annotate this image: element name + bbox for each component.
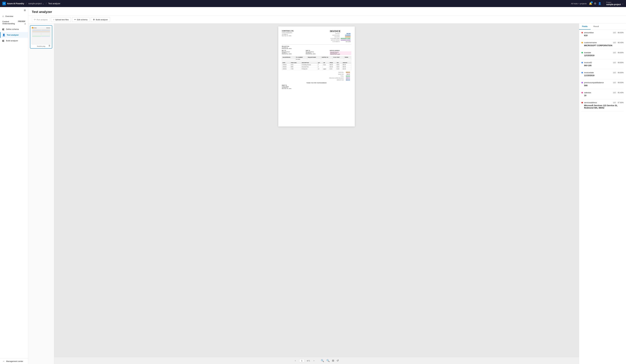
prev-page-button[interactable]: ‹ — [294, 359, 297, 363]
field-serviceaddress-page: p.1 — [613, 102, 617, 104]
sidebar-item-test-analyzer[interactable]: 👤 Test analyzer — [0, 32, 28, 38]
bill-to-col: BILL TO: Microsoft Finance 123 Bill St, … — [282, 50, 304, 55]
company-info: CONTOSO LTD. Contoso Headquarters123 456… — [282, 30, 294, 37]
upload-icon: ↑ — [53, 18, 54, 21]
sidebar-bottom: → Management center — [0, 358, 28, 364]
field-duedate-page: p.1 — [613, 52, 617, 53]
field-duedate: duedate p.1 99.80% 12/15/2019 — [582, 51, 624, 59]
field-duedate-dot — [582, 52, 583, 53]
app-body: ⊞ ⌂ Overview Content Understanding PREVI… — [0, 7, 626, 364]
sidebar-item-management-center[interactable]: → Management center — [0, 359, 28, 364]
upload-test-files-button[interactable]: ↑ Upload test files — [51, 17, 71, 22]
file-preview-image: CONTOSOINVOICE — [32, 27, 51, 44]
settings-icon[interactable]: ⚙ — [594, 2, 596, 5]
field-invoicedate-confidence: 99.80% — [618, 72, 624, 74]
zoom-in-button[interactable]: 🔍 — [326, 359, 330, 363]
field-salestax-dot — [582, 92, 583, 93]
edit-schema-button[interactable]: ✏ Edit schema — [72, 17, 90, 22]
field-invoiceid-value: INV-100 — [582, 64, 624, 67]
field-customername-dot — [582, 42, 583, 43]
field-amountdue-value: 610 — [582, 34, 624, 37]
hub-projects-link[interactable]: All hubs + projects — [571, 2, 587, 5]
field-salestax-value: 10 — [582, 94, 624, 97]
notification-bell[interactable]: 🔔 1 — [589, 2, 592, 5]
sidebar-item-overview-label: Overview — [5, 15, 13, 17]
page-title: Test analyzer — [32, 10, 623, 14]
fit-page-button[interactable]: ⊞ — [331, 359, 335, 363]
breadcrumb-project[interactable]: sample-project ⌄ — [28, 2, 44, 5]
field-prevbalance-confidence: 99.60% — [618, 82, 624, 84]
zoom-controls: 🔍 🔍 ⊞ ↺ — [320, 359, 339, 363]
field-prevbalance: previousunpaidbalance p.1 99.60% 500 — [582, 81, 624, 89]
field-invoiceid-header: invoiceID p.1 99.80% — [582, 61, 624, 64]
field-duedate-name: duedate — [584, 51, 611, 54]
brand-label: Azure AI Foundry — [7, 2, 24, 5]
file-status-dot — [32, 27, 33, 29]
totals-table: SUBTOTAL$100.00 SALES TAX$10.00 TOTAL$11… — [328, 71, 351, 81]
main-content: Test analyzer ⟳ Run analysis ↑ Upload te… — [28, 7, 626, 364]
main-header: Test analyzer — [28, 7, 626, 16]
tab-fields[interactable]: Fields — [579, 24, 590, 30]
test-analyzer-icon: 👤 — [2, 34, 5, 36]
field-salestax-name: salestax — [584, 91, 611, 94]
brand[interactable]: A Azure AI Foundry — [2, 2, 24, 5]
file-thumbnail[interactable]: CONTOSOINVOICE — [30, 25, 52, 48]
field-serviceaddress-dot — [582, 102, 583, 103]
sidebar-group-content-understanding[interactable]: Content Understanding PREVIEW ∧ — [0, 19, 28, 26]
field-invoicedate-value: 11/15/2019 — [582, 74, 624, 77]
nav-right: All hubs + projects 🔔 1 ⚙ 👤 Project samp… — [571, 1, 624, 5]
sidebar-item-define-schema[interactable]: ◧ Define schema — [0, 26, 28, 32]
company-address: Contoso Headquarters123 456th StNew York… — [282, 32, 294, 37]
project-switcher[interactable]: Project sample-project ⌄ — [604, 1, 624, 5]
rotate-button[interactable]: ↺ — [336, 359, 339, 363]
document-viewer: CONTOSO LTD. Contoso Headquarters123 456… — [54, 24, 579, 364]
next-page-button[interactable]: › — [313, 359, 315, 363]
run-analysis-button[interactable]: ⟳ Run analysis — [32, 17, 50, 22]
sidebar: ⊞ ⌂ Overview Content Understanding PREVI… — [0, 7, 28, 364]
build-analyzer-button[interactable]: ⚙ Build analyzer — [91, 17, 110, 22]
breadcrumb-current: Test analyzer — [48, 2, 60, 5]
field-prevbalance-value: 500 — [582, 84, 624, 87]
field-serviceaddress-confidence: 97.80% — [618, 102, 624, 104]
page-number-input[interactable] — [299, 359, 305, 362]
project-name: sample-project — [606, 3, 621, 5]
breadcrumb-sep-2: / — [46, 2, 46, 5]
breadcrumb-sep-1: / — [26, 2, 27, 5]
line-items-table: DATE ITEM CODE DESCRIPTION QTY UM PRICE … — [282, 62, 351, 70]
preview-badge: PREVIEW — [17, 20, 26, 22]
collapse-icon: ∧ — [24, 23, 26, 25]
tab-result[interactable]: Result — [590, 24, 602, 30]
field-prevbalance-header: previousunpaidbalance p.1 99.60% — [582, 81, 624, 84]
file-name-label: invoice.png — [32, 45, 51, 47]
field-customername-name: customername — [584, 41, 611, 44]
field-duedate-confidence: 99.80% — [618, 52, 624, 54]
management-center-icon: → — [2, 360, 5, 363]
invoice-title: INVOICE — [330, 30, 351, 33]
home-icon: ⌂ — [2, 15, 4, 17]
invoice-header: CONTOSO LTD. Contoso Headquarters123 456… — [282, 30, 351, 43]
fields-list: amountdue p.1 88.60% 610 customername p.… — [579, 30, 626, 364]
totals-section: SUBTOTAL$100.00 SALES TAX$10.00 TOTAL$11… — [282, 71, 351, 81]
project-chevron-icon: ⌄ — [622, 2, 624, 5]
sidebar-toggle[interactable]: ⊞ — [0, 7, 28, 13]
field-amountdue-header: amountdue p.1 88.60% — [582, 32, 624, 34]
field-invoiceid-name: invoiceID — [584, 61, 611, 64]
field-invoiceid-dot — [582, 62, 583, 63]
field-prevbalance-dot — [582, 82, 583, 83]
build-analyzer-icon: ◧ — [2, 39, 4, 42]
field-amountdue-confidence: 88.60% — [618, 32, 624, 34]
field-customername-confidence: 98.40% — [618, 42, 624, 44]
bill-to-section: Microsoft Corp 123 Other St, Redmond WA,… — [282, 46, 351, 49]
account-icon[interactable]: 👤 — [598, 2, 601, 5]
zoom-out-button[interactable]: 🔍 — [320, 359, 325, 363]
field-serviceaddress-name: serviceaddress — [584, 101, 611, 104]
sidebar-item-build-analyzer[interactable]: ◧ Build analyzer — [0, 38, 28, 43]
toolbar: ⟳ Run analysis ↑ Upload test files ✏ Edi… — [28, 16, 626, 24]
service-address-col: SERVICE ADDRESS: Microsoft Services123 S… — [330, 50, 351, 55]
field-amountdue: amountdue p.1 88.60% 610 — [582, 32, 624, 39]
field-duedate-value: 12/15/2019 — [582, 54, 624, 57]
delete-file-icon[interactable]: 🗑 — [48, 44, 50, 47]
project-label: Project — [606, 1, 621, 3]
right-panel-tabs: Fields Result — [579, 24, 626, 30]
sidebar-item-overview[interactable]: ⌂ Overview — [0, 13, 28, 19]
